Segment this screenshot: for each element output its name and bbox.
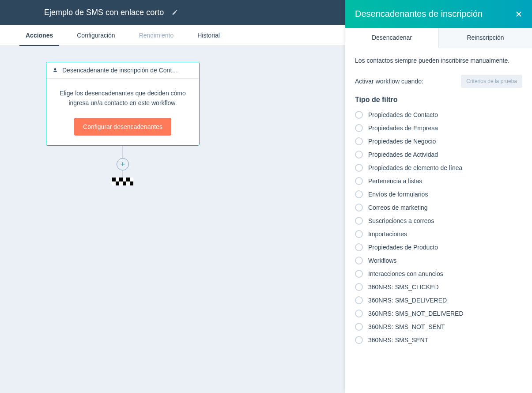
filter-radio-item[interactable]: Propiedades de Negocio	[355, 137, 522, 145]
end-marker-icon	[112, 178, 133, 185]
activate-row: Activar workflow cuando: Criterios de la…	[355, 75, 522, 88]
trigger-card-header: Desencadenante de inscripción de Cont…	[46, 62, 199, 79]
side-panel: Desencadenantes de inscripción Desencade…	[345, 0, 532, 393]
trigger-card-title: Desencadenante de inscripción de Cont…	[62, 67, 178, 74]
page-title: Ejemplo de SMS con enlace corto	[44, 8, 164, 17]
radio-icon	[355, 217, 363, 225]
filter-radio-label: Propiedades de elemento de línea	[368, 164, 462, 171]
filter-radio-item[interactable]: Propiedades de Producto	[355, 243, 522, 251]
radio-icon	[355, 177, 363, 185]
filter-radio-item[interactable]: 360NRS: SMS_NOT_DELIVERED	[355, 310, 522, 317]
tab-rendimiento[interactable]: Rendimiento	[133, 25, 180, 46]
filter-radio-item[interactable]: Suscripciones a correos	[355, 217, 522, 225]
radio-icon	[355, 283, 363, 291]
filter-radio-label: Suscripciones a correos	[368, 217, 434, 224]
pencil-icon[interactable]	[172, 9, 178, 15]
panel-tab-trigger[interactable]: Desencadenar	[345, 28, 438, 48]
filter-radio-label: 360NRS: SMS_SENT	[368, 336, 428, 344]
filter-radio-label: Workflows	[368, 257, 396, 264]
filter-radio-item[interactable]: Pertenencia a listas	[355, 177, 522, 185]
filter-radio-item[interactable]: Propiedades de Empresa	[355, 124, 522, 132]
radio-icon	[355, 243, 363, 251]
panel-tabs: Desencadenar Reinscripción	[345, 28, 532, 48]
filter-radio-item[interactable]: Envíos de formularios	[355, 190, 522, 198]
filter-radio-label: Envíos de formularios	[368, 191, 428, 198]
trigger-card-text: Elige los desencadenantes que deciden có…	[58, 88, 188, 108]
filter-radio-label: Correos de marketing	[368, 204, 428, 211]
filter-radio-label: Propiedades de Negocio	[368, 138, 436, 145]
top-bar: Ejemplo de SMS con enlace corto	[0, 0, 345, 25]
filter-radio-item[interactable]: Workflows	[355, 257, 522, 265]
filter-radio-item[interactable]: 360NRS: SMS_SENT	[355, 336, 522, 344]
filter-radio-label: Propiedades de Contacto	[368, 111, 438, 118]
tab-acciones[interactable]: Acciones	[19, 25, 59, 46]
filter-radio-item[interactable]: Importaciones	[355, 230, 522, 238]
filter-radio-label: Pertenencia a listas	[368, 178, 422, 185]
filter-radio-item[interactable]: Propiedades de Contacto	[355, 111, 522, 119]
filter-radio-label: 360NRS: SMS_NOT_SENT	[368, 323, 445, 330]
filter-radio-item[interactable]: Interacciones con anuncios	[355, 270, 522, 278]
trigger-card-body: Elige los desencadenantes que deciden có…	[46, 79, 199, 145]
filter-radio-label: Importaciones	[368, 231, 407, 238]
filter-radio-label: Propiedades de Producto	[368, 244, 438, 251]
filter-radio-label: 360NRS: SMS_DELIVERED	[368, 297, 447, 304]
filter-radio-label: Propiedades de Empresa	[368, 125, 438, 132]
filter-radio-label: 360NRS: SMS_CLICKED	[368, 283, 439, 291]
filter-type-title: Tipo de filtro	[355, 96, 522, 104]
panel-title: Desencadenantes de inscripción	[355, 9, 483, 19]
filter-radio-label: 360NRS: SMS_NOT_DELIVERED	[368, 310, 464, 317]
radio-icon	[355, 270, 363, 278]
radio-icon	[355, 257, 363, 265]
radio-icon	[355, 204, 363, 212]
radio-icon	[355, 296, 363, 304]
radio-icon	[355, 137, 363, 145]
radio-icon	[355, 164, 363, 172]
filter-radio-item[interactable]: Correos de marketing	[355, 204, 522, 212]
close-icon[interactable]	[515, 11, 522, 18]
manual-enroll-info: Los contactos siempre pueden inscribirse…	[355, 57, 522, 64]
radio-icon	[355, 124, 363, 132]
filter-radio-item[interactable]: 360NRS: SMS_NOT_SENT	[355, 323, 522, 331]
panel-header: Desencadenantes de inscripción	[345, 0, 532, 28]
tab-historial[interactable]: Historial	[191, 25, 226, 46]
person-icon	[53, 68, 58, 73]
connector-line-2	[122, 170, 123, 178]
workflow-canvas: Desencadenante de inscripción de Cont… E…	[0, 46, 345, 393]
filter-radio-list: Propiedades de ContactoPropiedades de Em…	[355, 111, 522, 344]
filter-radio-label: Propiedades de Actividad	[368, 151, 438, 158]
panel-body: Los contactos siempre pueden inscribirse…	[345, 48, 532, 393]
filter-radio-item[interactable]: 360NRS: SMS_DELIVERED	[355, 296, 522, 304]
panel-tab-reenroll[interactable]: Reinscripción	[438, 28, 532, 48]
tab-configuracion[interactable]: Configuración	[71, 25, 121, 46]
filter-radio-item[interactable]: Propiedades de Actividad	[355, 151, 522, 159]
radio-icon	[355, 190, 363, 198]
radio-icon	[355, 230, 363, 238]
test-criteria-button[interactable]: Criterios de la prueba	[461, 75, 522, 88]
configure-triggers-button[interactable]: Configurar desencadenantes	[74, 118, 171, 136]
radio-icon	[355, 310, 363, 317]
filter-radio-item[interactable]: 360NRS: SMS_CLICKED	[355, 283, 522, 291]
add-step-button[interactable]: +	[117, 158, 129, 170]
nav-tabs: Acciones Configuración Rendimiento Histo…	[0, 25, 345, 46]
radio-icon	[355, 151, 363, 159]
trigger-card[interactable]: Desencadenante de inscripción de Cont… E…	[46, 62, 200, 146]
filter-radio-label: Interacciones con anuncios	[368, 270, 443, 277]
activate-label: Activar workflow cuando:	[355, 78, 423, 85]
filter-radio-item[interactable]: Propiedades de elemento de línea	[355, 164, 522, 172]
radio-icon	[355, 336, 363, 344]
radio-icon	[355, 111, 363, 119]
radio-icon	[355, 323, 363, 331]
